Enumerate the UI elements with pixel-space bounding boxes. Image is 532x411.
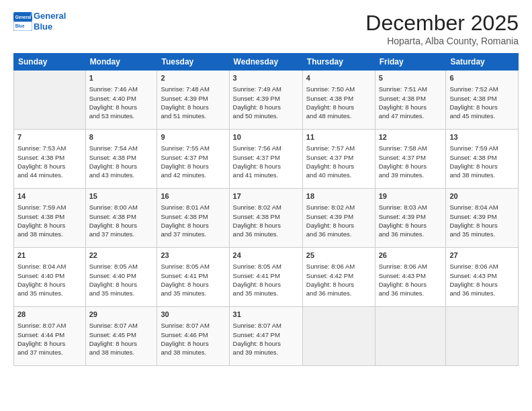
day-number: 16 <box>161 191 225 201</box>
day-info: Sunrise: 8:07 AM <box>161 321 225 330</box>
day-info: and 38 minutes. <box>89 348 154 357</box>
day-number: 14 <box>17 191 82 201</box>
day-info: Sunset: 4:38 PM <box>17 212 82 221</box>
day-info: and 38 minutes. <box>17 230 82 238</box>
day-number: 12 <box>379 132 443 142</box>
week-row-2: 7Sunrise: 7:53 AMSunset: 4:38 PMDaylight… <box>14 130 519 189</box>
day-info: Sunrise: 8:06 AM <box>449 262 515 271</box>
day-info: Daylight: 8 hours <box>161 339 225 348</box>
day-info: Sunset: 4:38 PM <box>306 94 371 103</box>
day-info: Daylight: 8 hours <box>233 339 299 348</box>
day-info: Sunrise: 7:58 AM <box>379 144 443 152</box>
day-info: Daylight: 8 hours <box>161 221 225 230</box>
calendar-cell: 23Sunrise: 8:05 AMSunset: 4:41 PMDayligh… <box>157 248 229 307</box>
logo-line2: Blue <box>34 21 66 32</box>
day-info: and 41 minutes. <box>233 171 299 179</box>
day-header-saturday: Saturday <box>446 54 519 71</box>
calendar-cell: 13Sunrise: 7:59 AMSunset: 4:38 PMDayligh… <box>446 130 519 189</box>
calendar-cell: 9Sunrise: 7:55 AMSunset: 4:37 PMDaylight… <box>157 130 229 189</box>
day-info: Sunset: 4:41 PM <box>233 271 299 280</box>
day-info: and 51 minutes. <box>161 111 225 120</box>
day-info: and 36 minutes. <box>306 230 371 238</box>
day-number: 6 <box>449 73 515 83</box>
day-info: and 42 minutes. <box>161 171 225 179</box>
day-info: Sunrise: 7:52 AM <box>449 85 515 93</box>
day-info: Sunrise: 8:07 AM <box>89 321 154 330</box>
day-header-sunday: Sunday <box>14 54 86 71</box>
day-info: and 45 minutes. <box>449 111 515 120</box>
calendar-cell: 31Sunrise: 8:07 AMSunset: 4:47 PMDayligh… <box>229 307 302 366</box>
day-info: Daylight: 8 hours <box>233 221 299 230</box>
day-info: Daylight: 8 hours <box>89 162 154 171</box>
calendar-cell: 25Sunrise: 8:06 AMSunset: 4:42 PMDayligh… <box>302 248 375 307</box>
calendar-cell: 17Sunrise: 8:02 AMSunset: 4:38 PMDayligh… <box>229 189 302 248</box>
calendar-cell: 21Sunrise: 8:04 AMSunset: 4:40 PMDayligh… <box>14 248 86 307</box>
day-number: 7 <box>17 132 82 142</box>
day-number: 18 <box>306 191 371 201</box>
calendar-cell <box>446 307 519 366</box>
day-info: and 37 minutes. <box>161 230 225 238</box>
day-info: Daylight: 8 hours <box>306 103 371 111</box>
calendar-cell: 12Sunrise: 7:58 AMSunset: 4:37 PMDayligh… <box>375 130 446 189</box>
day-info: Sunrise: 8:06 AM <box>379 262 443 271</box>
day-number: 4 <box>306 73 371 83</box>
calendar-cell <box>375 307 446 366</box>
day-info: Sunset: 4:37 PM <box>306 153 371 162</box>
day-info: and 36 minutes. <box>379 230 443 238</box>
day-info: Sunrise: 7:46 AM <box>89 85 154 93</box>
day-info: Sunset: 4:42 PM <box>306 271 371 280</box>
day-info: Daylight: 8 hours <box>379 103 443 111</box>
calendar-cell: 30Sunrise: 8:07 AMSunset: 4:46 PMDayligh… <box>157 307 229 366</box>
day-info: Sunrise: 7:51 AM <box>379 85 443 93</box>
day-info: Daylight: 8 hours <box>17 221 82 230</box>
calendar-cell: 4Sunrise: 7:50 AMSunset: 4:38 PMDaylight… <box>302 71 375 130</box>
header-row: SundayMondayTuesdayWednesdayThursdayFrid… <box>14 54 519 71</box>
day-info: Sunset: 4:38 PM <box>449 94 515 103</box>
day-info: and 36 minutes. <box>379 289 443 298</box>
calendar-cell: 14Sunrise: 7:59 AMSunset: 4:38 PMDayligh… <box>14 189 86 248</box>
day-info: Daylight: 8 hours <box>89 339 154 348</box>
calendar-cell: 11Sunrise: 7:57 AMSunset: 4:37 PMDayligh… <box>302 130 375 189</box>
day-info: Sunrise: 7:56 AM <box>233 144 299 152</box>
page-header: General Blue General Blue December 2025 … <box>13 11 519 46</box>
day-info: Sunrise: 7:59 AM <box>449 144 515 152</box>
day-info: Daylight: 8 hours <box>233 103 299 111</box>
day-info: Sunset: 4:45 PM <box>89 330 154 339</box>
day-info: Daylight: 8 hours <box>161 103 225 111</box>
month-title: December 2025 <box>365 11 519 36</box>
day-info: Sunset: 4:40 PM <box>89 94 154 103</box>
day-info: Sunset: 4:37 PM <box>379 153 443 162</box>
day-info: Sunrise: 7:55 AM <box>161 144 225 152</box>
day-number: 1 <box>89 73 154 83</box>
day-number: 13 <box>449 132 515 142</box>
day-info: Sunrise: 8:04 AM <box>449 203 515 212</box>
day-number: 24 <box>233 250 299 261</box>
day-info: and 53 minutes. <box>89 111 154 120</box>
day-info: Daylight: 8 hours <box>379 162 443 171</box>
day-number: 19 <box>379 191 443 201</box>
calendar-cell: 27Sunrise: 8:06 AMSunset: 4:43 PMDayligh… <box>446 248 519 307</box>
day-info: and 39 minutes. <box>233 348 299 357</box>
day-info: Sunrise: 7:59 AM <box>17 203 82 212</box>
day-info: Sunset: 4:38 PM <box>449 153 515 162</box>
calendar-cell: 15Sunrise: 8:00 AMSunset: 4:38 PMDayligh… <box>85 189 157 248</box>
calendar-cell: 10Sunrise: 7:56 AMSunset: 4:37 PMDayligh… <box>229 130 302 189</box>
day-number: 28 <box>17 310 82 320</box>
day-info: Sunset: 4:38 PM <box>161 212 225 221</box>
week-row-1: 1Sunrise: 7:46 AMSunset: 4:40 PMDaylight… <box>14 71 519 130</box>
day-info: and 44 minutes. <box>17 171 82 179</box>
day-info: Sunset: 4:39 PM <box>449 212 515 221</box>
day-info: and 36 minutes. <box>306 289 371 298</box>
calendar-cell: 5Sunrise: 7:51 AMSunset: 4:38 PMDaylight… <box>375 71 446 130</box>
day-info: and 37 minutes. <box>89 230 154 238</box>
day-info: Sunset: 4:37 PM <box>233 153 299 162</box>
day-number: 30 <box>161 310 225 320</box>
logo-icon: General Blue <box>13 12 32 31</box>
day-info: Sunrise: 8:07 AM <box>17 321 82 330</box>
day-info: Sunset: 4:38 PM <box>17 153 82 162</box>
week-row-4: 21Sunrise: 8:04 AMSunset: 4:40 PMDayligh… <box>14 248 519 307</box>
day-info: Sunset: 4:38 PM <box>89 212 154 221</box>
day-info: Daylight: 8 hours <box>17 162 82 171</box>
day-number: 8 <box>89 132 154 142</box>
day-info: Sunrise: 8:02 AM <box>233 203 299 212</box>
